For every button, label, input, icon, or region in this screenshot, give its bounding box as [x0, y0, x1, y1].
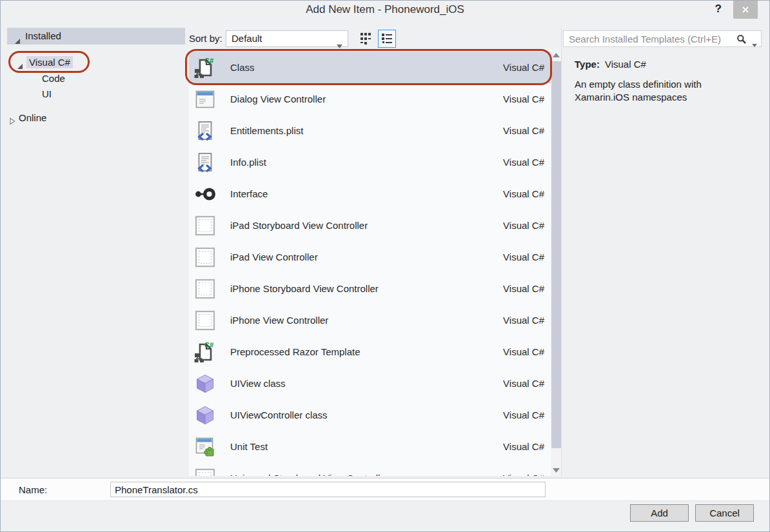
template-name: UIView class: [230, 378, 286, 389]
template-name: UIViewController class: [230, 409, 328, 420]
type-label: Type:: [575, 59, 600, 70]
panel-divider: [561, 28, 562, 476]
unittest-icon: [194, 436, 216, 458]
template-type: Visual C#: [503, 157, 544, 168]
collapsed-triangle-icon: [8, 115, 15, 129]
svg-text:C#: C#: [204, 57, 213, 64]
list-view-icon: [380, 32, 394, 46]
svg-text:C#: C#: [204, 341, 213, 349]
template-type: Visual C#: [503, 441, 544, 452]
scrollbar[interactable]: [551, 50, 562, 476]
close-icon: [742, 6, 749, 14]
sidebar-item-ui[interactable]: UI: [42, 87, 52, 101]
sort-by-value: Default: [232, 33, 262, 44]
scrollbar-thumb[interactable]: [551, 61, 561, 448]
template-description: An empty class definition with Xamarin.i…: [575, 78, 726, 104]
template-type: Visual C#: [503, 315, 544, 326]
template-type: Visual C#: [503, 220, 544, 231]
template-name: Dialog View Controller: [230, 94, 326, 104]
sort-by-dropdown[interactable]: Default: [226, 30, 348, 47]
scroll-down-icon[interactable]: [551, 465, 562, 476]
view-icon: [194, 468, 216, 477]
template-type: Visual C#: [503, 62, 544, 73]
titlebar[interactable]: Add New Item - Phoneword_iOS ?: [1, 1, 769, 19]
scroll-up-icon[interactable]: [551, 50, 562, 61]
template-name: Class: [230, 62, 255, 73]
search-icon[interactable]: [736, 34, 747, 47]
expanded-triangle-icon: [14, 33, 21, 50]
template-row[interactable]: UIViewController classVisual C#: [189, 399, 551, 431]
view-icon: [194, 278, 216, 300]
expanded-triangle-icon: [16, 59, 23, 74]
csharp-class-icon: C#: [194, 341, 216, 363]
template-row[interactable]: Entitlements.plistVisual C#: [189, 115, 551, 146]
template-row[interactable]: Info.plistVisual C#: [189, 146, 551, 178]
template-row[interactable]: iPhone View ControllerVisual C#: [189, 304, 551, 336]
sort-by-label: Sort by:: [189, 30, 222, 47]
template-type: Visual C#: [503, 125, 544, 136]
add-new-item-dialog: Add New Item - Phoneword_iOS ? Installed…: [0, 0, 770, 532]
type-value: Visual C#: [605, 59, 646, 70]
interface-icon: [194, 183, 216, 205]
small-icons-view-button[interactable]: [357, 30, 375, 48]
plist-icon: [194, 152, 216, 173]
cancel-button[interactable]: Cancel: [695, 504, 754, 522]
list-view-button[interactable]: [378, 30, 396, 48]
template-name: Preprocessed Razor Template: [230, 346, 360, 357]
name-label: Name:: [19, 482, 47, 498]
sidebar-section-installed-label: Installed: [25, 30, 61, 41]
view-icon: [194, 310, 216, 331]
sidebar-section-online[interactable]: Online: [19, 111, 46, 125]
template-name: Entitlements.plist: [230, 125, 303, 136]
template-type: Visual C#: [503, 409, 544, 420]
small-icons-grid-icon: [359, 32, 373, 46]
template-row[interactable]: iPhone Storyboard View ControllerVisual …: [189, 273, 551, 304]
template-row[interactable]: iPad Storyboard View ControllerVisual C#: [189, 210, 551, 241]
template-row[interactable]: iPad View ControllerVisual C#: [189, 241, 551, 273]
cube-icon: [194, 373, 216, 395]
chevron-down-icon[interactable]: [752, 38, 757, 50]
template-row[interactable]: C#ClassVisual C#: [189, 52, 551, 83]
template-name: Info.plist: [230, 157, 266, 168]
template-row[interactable]: UIView classVisual C#: [189, 368, 551, 399]
close-button[interactable]: [733, 1, 758, 19]
sidebar-section-online-label: Online: [19, 112, 46, 123]
template-name: iPad View Controller: [230, 251, 318, 262]
template-name: iPhone Storyboard View Controller: [230, 283, 379, 294]
template-type: Visual C#: [503, 94, 544, 104]
template-row[interactable]: Unit TestVisual C#: [189, 431, 551, 462]
template-list: C#ClassVisual C#Dialog View ControllerVi…: [189, 50, 551, 476]
search-box: [563, 30, 762, 47]
template-type: Visual C#: [503, 283, 544, 294]
template-name: Interface: [230, 188, 268, 199]
template-name: Universal Storyboard View Controller: [230, 473, 389, 476]
template-name: iPhone View Controller: [230, 315, 328, 326]
template-name: iPad Storyboard View Controller: [230, 220, 368, 231]
sidebar-item-ui-label: UI: [42, 88, 52, 99]
search-input[interactable]: [564, 31, 733, 46]
template-row[interactable]: Universal Storyboard View ControllerVisu…: [189, 462, 551, 476]
view-icon: [194, 246, 216, 268]
template-row[interactable]: Dialog View ControllerVisual C#: [189, 83, 551, 115]
template-name: Unit Test: [230, 441, 268, 452]
sidebar-item-code[interactable]: Code: [42, 72, 65, 86]
name-input[interactable]: [110, 482, 546, 497]
window-icon: [194, 88, 216, 110]
template-type: Visual C#: [503, 346, 544, 357]
template-row[interactable]: InterfaceVisual C#: [189, 178, 551, 210]
template-row[interactable]: C#Preprocessed Razor TemplateVisual C#: [189, 336, 551, 368]
add-button[interactable]: Add: [630, 504, 689, 522]
sidebar-item-visual-csharp[interactable]: Visual C#: [26, 55, 73, 70]
template-type: Visual C#: [503, 188, 544, 199]
template-type: Visual C#: [503, 473, 544, 476]
sidebar-item-visual-csharp-label: Visual C#: [26, 56, 73, 68]
sidebar-section-installed[interactable]: Installed: [7, 28, 185, 44]
help-icon[interactable]: ?: [715, 3, 722, 15]
template-type-line: Type:Visual C#: [575, 59, 646, 70]
template-type: Visual C#: [503, 378, 544, 389]
template-type: Visual C#: [503, 251, 544, 262]
cube-icon: [194, 404, 216, 426]
view-icon: [194, 215, 216, 237]
dialog-title: Add New Item - Phoneword_iOS: [1, 1, 769, 19]
csharp-class-icon: C#: [194, 57, 216, 79]
